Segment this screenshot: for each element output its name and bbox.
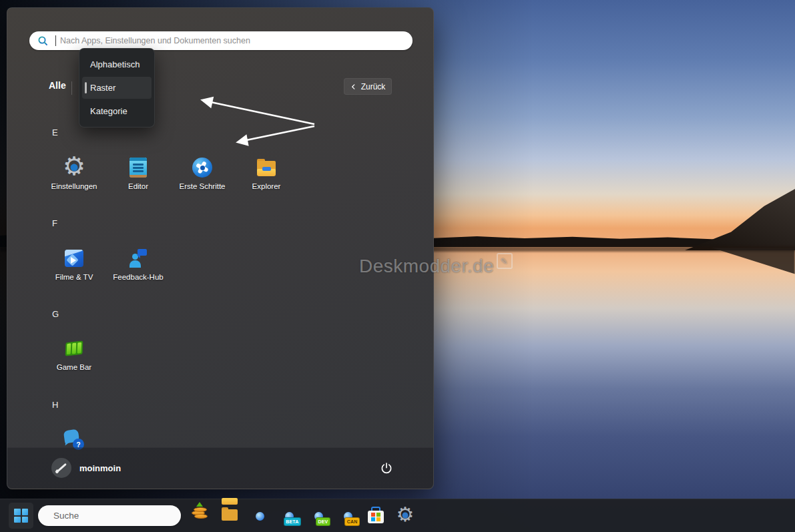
start-search-bar[interactable] <box>29 31 413 50</box>
desktop: Deskmodder.de ✎ Alle Zurück E F <box>0 0 795 532</box>
notepad-icon <box>127 157 149 178</box>
search-icon <box>37 35 49 47</box>
chevron-left-icon <box>350 83 356 90</box>
taskbar: BETA DEV CAN ⚙ <box>0 499 795 532</box>
folder-icon <box>256 157 277 178</box>
app-label: Game Bar <box>57 363 91 371</box>
start-search-input[interactable] <box>59 35 405 46</box>
app-tile-einstellungen[interactable]: ⚙ Einstellungen <box>42 157 106 198</box>
back-button-label: Zurück <box>361 82 386 91</box>
pinned-app-microsoft-store[interactable] <box>367 507 384 524</box>
xbox-game-bar-icon <box>63 338 85 359</box>
text-caret <box>55 35 56 46</box>
section-letter-f[interactable]: F <box>52 218 72 228</box>
canary-badge: CAN <box>344 517 360 526</box>
pinned-app-edge-beta[interactable]: BETA <box>280 507 297 524</box>
person-speech-bubble-icon <box>127 248 149 269</box>
power-icon <box>380 462 393 475</box>
app-label: Erste Schritte <box>179 182 225 190</box>
app-tile-explorer[interactable]: Explorer <box>234 157 298 198</box>
section-letter-e[interactable]: E <box>52 127 72 138</box>
avatar[interactable] <box>51 458 71 478</box>
app-tile-game-bar[interactable]: Game Bar <box>42 338 106 379</box>
taskbar-search-input[interactable] <box>52 510 173 521</box>
back-button[interactable]: Zurück <box>344 78 392 95</box>
windows-logo-icon <box>14 509 28 523</box>
app-label: Einstellungen <box>51 182 97 190</box>
user-name[interactable]: moinmoin <box>79 448 121 489</box>
all-apps-view-label: Alle <box>49 80 66 91</box>
sort-dropdown-menu: Alphabetisch Raster Kategorie <box>79 48 155 127</box>
movies-tv-icon <box>63 248 85 269</box>
app-tile-editor[interactable]: Editor <box>106 157 170 198</box>
app-label: Feedback-Hub <box>113 273 163 281</box>
menu-item-alphabetisch[interactable]: Alphabetisch <box>82 53 152 75</box>
dev-badge: DEV <box>316 517 330 526</box>
selection-accent-bar <box>85 82 87 93</box>
pinned-app-edge-dev[interactable]: DEV <box>309 507 326 524</box>
start-menu-panel: Alle Zurück E F G H ⚙ Einstellungen Edit… <box>7 7 434 489</box>
pinned-app-edge-canary[interactable]: CAN <box>338 507 356 524</box>
app-tile-feedback-hub[interactable]: Feedback-Hub <box>106 248 170 289</box>
pinned-app-settings[interactable]: ⚙ <box>396 507 414 524</box>
section-letter-h[interactable]: H <box>52 400 72 410</box>
settings-gear-icon: ⚙ <box>396 507 414 524</box>
pinned-app-coins-stack[interactable] <box>191 507 208 524</box>
power-button[interactable] <box>378 461 394 477</box>
menu-item-kategorie[interactable]: Kategorie <box>82 100 152 122</box>
app-label: Filme & TV <box>55 273 93 281</box>
pinned-app-file-explorer[interactable] <box>221 507 238 524</box>
start-button[interactable] <box>9 503 33 529</box>
taskbar-search-box[interactable] <box>38 505 181 526</box>
app-label: Editor <box>128 182 148 190</box>
app-tile-erste-schritte[interactable]: Erste Schritte <box>170 157 234 198</box>
pinwheel-circle-icon <box>192 157 213 178</box>
app-label: Explorer <box>252 182 281 190</box>
menu-item-raster[interactable]: Raster <box>82 77 152 99</box>
beta-badge: BETA <box>284 517 301 526</box>
user-bar: moinmoin <box>7 447 433 489</box>
section-letter-g[interactable]: G <box>52 309 72 319</box>
pinned-app-edge[interactable] <box>250 507 268 524</box>
app-tile-filme-tv[interactable]: Filme & TV <box>42 248 106 289</box>
header-divider <box>71 81 72 95</box>
settings-gear-icon: ⚙ <box>63 157 85 178</box>
